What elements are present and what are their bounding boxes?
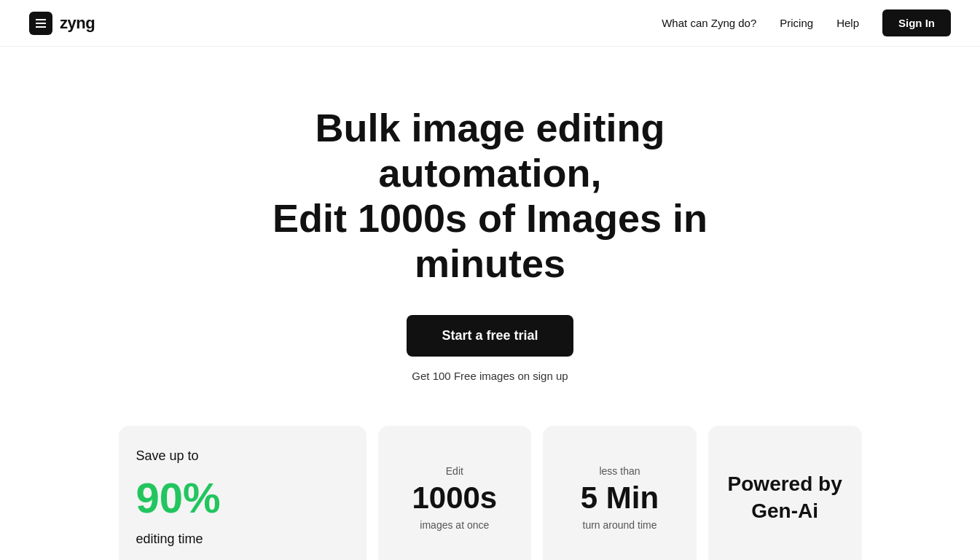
logo-icon xyxy=(29,12,52,35)
hero-headline-line2: Edit 1000s of Images in minutes xyxy=(273,196,707,285)
edit-value: 1000s xyxy=(412,481,497,515)
time-sub: turn around time xyxy=(583,519,657,531)
nav-link-what[interactable]: What can Zyng do? xyxy=(662,17,756,29)
nav-link-pricing[interactable]: Pricing xyxy=(780,17,813,29)
logo-text: zyng xyxy=(60,14,95,33)
save-suffix: editing time xyxy=(136,529,203,549)
hero-subtext: Get 100 Free images on sign up xyxy=(29,370,951,382)
time-stat-card: less than 5 Min turn around time xyxy=(543,426,697,560)
signin-button[interactable]: Sign In xyxy=(882,9,951,36)
logo[interactable]: zyng xyxy=(29,12,95,35)
save-value: 90% xyxy=(136,466,221,529)
save-prefix: Save up to xyxy=(136,446,199,466)
powered-title: Powered byGen-Ai xyxy=(728,471,842,524)
time-label: less than xyxy=(599,465,640,477)
time-value: 5 Min xyxy=(581,481,659,515)
edit-sub: images at once xyxy=(420,519,489,531)
hero-section: Bulk image editing automation, Edit 1000… xyxy=(0,47,980,426)
navbar: zyng What can Zyng do? Pricing Help Sign… xyxy=(0,0,980,47)
hero-headline-line1: Bulk image editing automation, xyxy=(315,106,665,195)
edit-label: Edit xyxy=(446,465,463,477)
stats-grid: Save up to 90% editing time Edit 1000s i… xyxy=(90,426,891,560)
edit-stat-card: Edit 1000s images at once xyxy=(378,426,532,560)
powered-stat-card: Powered byGen-Ai xyxy=(708,426,862,560)
nav-links: What can Zyng do? Pricing Help Sign In xyxy=(662,9,951,36)
cta-button[interactable]: Start a free trial xyxy=(407,315,573,357)
hero-headline: Bulk image editing automation, Edit 1000… xyxy=(199,105,782,286)
nav-link-help[interactable]: Help xyxy=(836,17,859,29)
save-stat-card: Save up to 90% editing time xyxy=(119,426,366,560)
